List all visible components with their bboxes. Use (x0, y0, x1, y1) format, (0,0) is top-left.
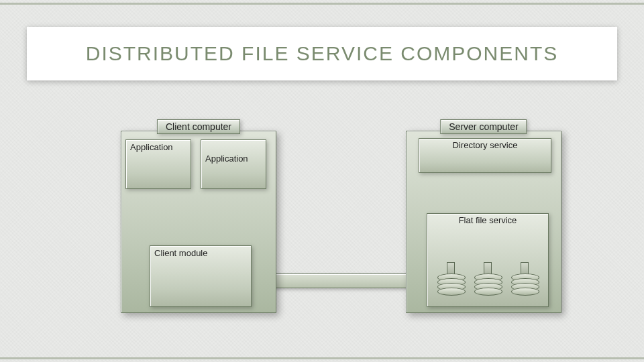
application-box-2: Application (201, 139, 266, 189)
disk-stack-row (427, 259, 548, 296)
client-module-label: Client module (150, 246, 251, 260)
connector-bar (272, 274, 411, 288)
page-border-bottom (0, 357, 644, 359)
flat-file-service-box: Flat file service (427, 213, 549, 307)
application-label-1: Application (126, 140, 191, 154)
client-computer-box: Client computer Application Application … (121, 131, 276, 313)
directory-service-box: Directory service (419, 138, 551, 173)
disk-stack-icon (437, 262, 464, 296)
application-box-1: Application (125, 139, 191, 189)
page-border-top (0, 3, 644, 5)
disk-stack-icon (511, 262, 538, 296)
server-computer-box: Server computer Directory service Flat f… (406, 131, 561, 313)
slide-title: DISTRIBUTED FILE SERVICE COMPONENTS (86, 42, 559, 65)
application-label-2: Application (201, 140, 266, 166)
flat-file-service-label: Flat file service (427, 214, 548, 227)
client-computer-label: Client computer (157, 119, 240, 134)
title-strip: DISTRIBUTED FILE SERVICE COMPONENTS (27, 27, 617, 80)
directory-service-label: Directory service (419, 139, 551, 152)
server-computer-label: Server computer (440, 119, 527, 134)
disk-stack-icon (474, 262, 501, 296)
client-module-box: Client module (150, 245, 252, 307)
